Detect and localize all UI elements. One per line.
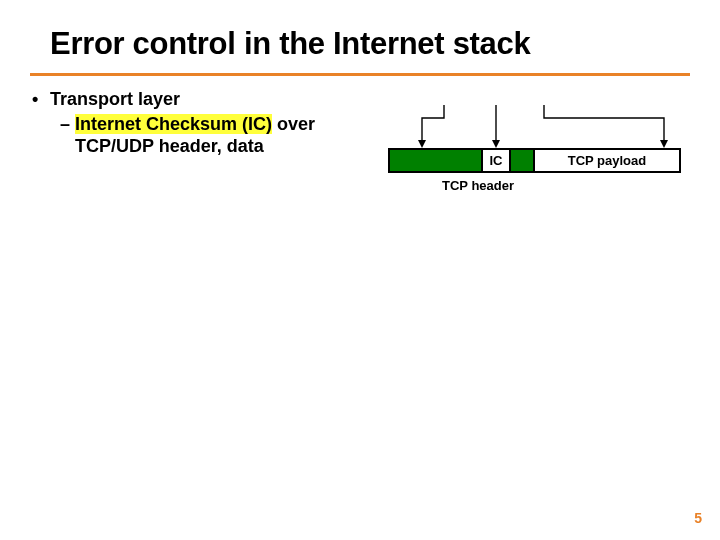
- page-number: 5: [694, 510, 702, 526]
- dash-marker: –: [60, 114, 75, 134]
- highlighted-term: Internet Checksum (IC): [75, 114, 272, 134]
- bullet-lvl2: – Internet Checksum (IC) over – TCP/UDP …: [60, 113, 315, 158]
- tcp-header-label: TCP header: [442, 178, 514, 193]
- bullet-lvl1: •Transport layer: [32, 88, 315, 111]
- bullet-marker: •: [32, 88, 50, 111]
- payload-block: TCP payload: [533, 148, 681, 173]
- arrow-to-payload: [544, 105, 664, 143]
- lvl2-rest-a: over: [272, 114, 315, 134]
- segment-row: IC TCP payload: [388, 148, 681, 173]
- lvl2-rest-b: TCP/UDP header, data: [75, 136, 264, 156]
- arrow-to-payload-head: [660, 140, 668, 148]
- header-left-block: [388, 148, 483, 173]
- arrow-to-ic-head: [492, 140, 500, 148]
- title-underline: [30, 73, 690, 76]
- arrow-to-header-head: [418, 140, 426, 148]
- header-right-block: [509, 148, 535, 173]
- bullet-lvl1-text: Transport layer: [50, 88, 180, 111]
- tcp-segment-diagram: IC TCP payload TCP header: [388, 105, 684, 225]
- ic-block: IC: [481, 148, 511, 173]
- bullet-list: •Transport layer – Internet Checksum (IC…: [32, 88, 315, 158]
- slide-title: Error control in the Internet stack: [50, 26, 690, 62]
- arrow-to-header: [422, 105, 444, 143]
